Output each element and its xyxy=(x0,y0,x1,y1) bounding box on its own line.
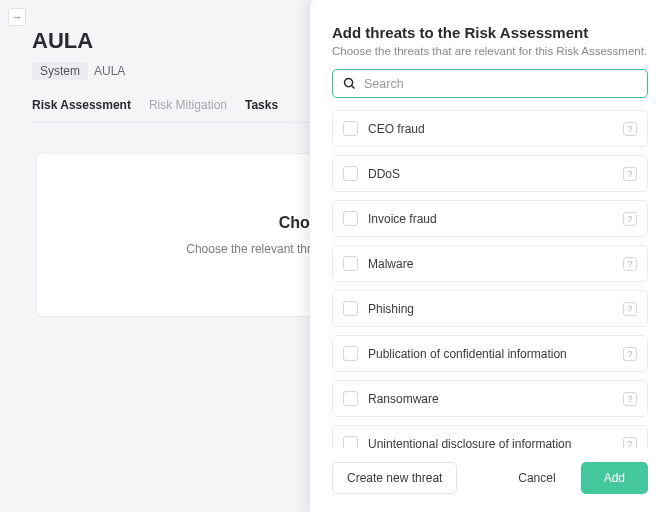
threat-item[interactable]: Publication of confidential information? xyxy=(332,335,648,372)
help-icon[interactable]: ? xyxy=(623,257,637,271)
threat-label: Phishing xyxy=(368,302,623,316)
threat-checkbox[interactable] xyxy=(343,166,358,181)
search-icon xyxy=(342,76,357,91)
threat-label: Ransomware xyxy=(368,392,623,406)
help-icon[interactable]: ? xyxy=(623,392,637,406)
help-icon[interactable]: ? xyxy=(623,167,637,181)
help-icon[interactable]: ? xyxy=(623,347,637,361)
search-input[interactable] xyxy=(364,77,638,91)
threat-label: Publication of confidential information xyxy=(368,347,623,361)
threat-label: Invoice fraud xyxy=(368,212,623,226)
create-new-threat-button[interactable]: Create new threat xyxy=(332,462,457,494)
search-field-wrap[interactable] xyxy=(332,69,648,98)
help-icon[interactable]: ? xyxy=(623,122,637,136)
threat-checkbox[interactable] xyxy=(343,391,358,406)
threat-checkbox[interactable] xyxy=(343,346,358,361)
threat-checkbox[interactable] xyxy=(343,301,358,316)
threat-label: Unintentional disclosure of information xyxy=(368,437,623,449)
threat-checkbox[interactable] xyxy=(343,211,358,226)
threat-label: Malware xyxy=(368,257,623,271)
threat-checkbox[interactable] xyxy=(343,256,358,271)
help-icon[interactable]: ? xyxy=(623,302,637,316)
threat-item[interactable]: Invoice fraud? xyxy=(332,200,648,237)
breadcrumb-name: AULA xyxy=(94,64,125,78)
threat-item[interactable]: Phishing? xyxy=(332,290,648,327)
modal-footer: Create new threat Cancel Add xyxy=(332,448,648,512)
cancel-button[interactable]: Cancel xyxy=(503,462,570,494)
threat-checkbox[interactable] xyxy=(343,121,358,136)
help-icon[interactable]: ? xyxy=(623,437,637,449)
help-icon[interactable]: ? xyxy=(623,212,637,226)
svg-line-1 xyxy=(352,86,355,89)
threat-item[interactable]: CEO fraud? xyxy=(332,110,648,147)
svg-point-0 xyxy=(345,79,353,87)
tab-risk-mitigation[interactable]: Risk Mitigation xyxy=(149,98,227,122)
threat-label: DDoS xyxy=(368,167,623,181)
threat-item[interactable]: Malware? xyxy=(332,245,648,282)
threat-item[interactable]: Unintentional disclosure of information? xyxy=(332,425,648,448)
threat-label: CEO fraud xyxy=(368,122,623,136)
threat-checkbox[interactable] xyxy=(343,436,358,448)
modal-subtitle: Choose the threats that are relevant for… xyxy=(332,45,648,57)
tab-tasks[interactable]: Tasks xyxy=(245,98,278,122)
tab-risk-assessment[interactable]: Risk Assessment xyxy=(32,98,131,122)
add-threats-modal: Add threats to the Risk Assessment Choos… xyxy=(310,0,670,512)
threat-item[interactable]: DDoS? xyxy=(332,155,648,192)
threat-list: CEO fraud?DDoS?Invoice fraud?Malware?Phi… xyxy=(332,110,648,448)
expand-sidebar-button[interactable]: → xyxy=(8,8,26,26)
modal-title: Add threats to the Risk Assessment xyxy=(332,24,648,41)
add-button[interactable]: Add xyxy=(581,462,648,494)
breadcrumb-chip: System xyxy=(32,62,88,80)
threat-item[interactable]: Ransomware? xyxy=(332,380,648,417)
